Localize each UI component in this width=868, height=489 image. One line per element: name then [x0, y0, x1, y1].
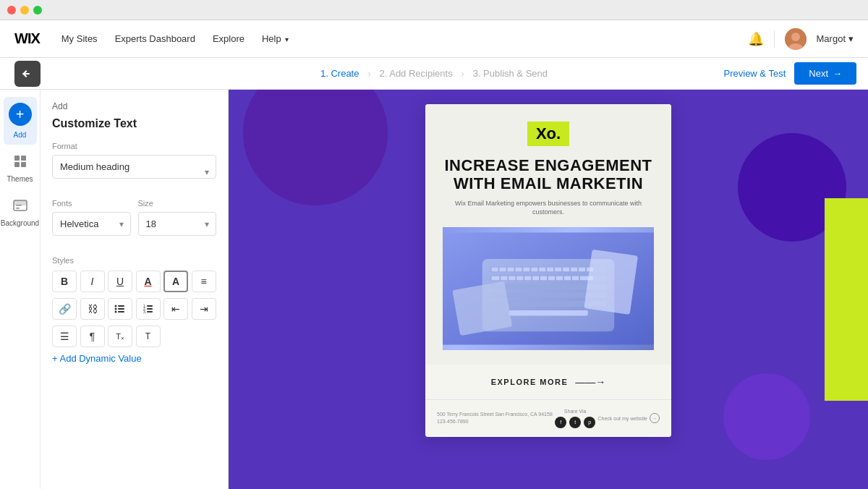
help-chevron-icon: ▾: [285, 35, 289, 43]
indent-left-button[interactable]: ⇤: [163, 298, 188, 320]
back-button[interactable]: [14, 61, 41, 87]
svg-rect-59: [584, 250, 638, 315]
progress-bar: 1. Create › 2. Add Recipients › 3. Publi…: [0, 58, 868, 90]
fonts-col: Fonts Helvetica Arial Georgia: [52, 199, 131, 246]
format-select[interactable]: Medium heading Large heading Small headi…: [52, 155, 216, 179]
add-dynamic-value[interactable]: + Add Dynamic Value: [52, 353, 216, 364]
align-button[interactable]: ≡: [192, 271, 216, 292]
svg-rect-58: [452, 281, 512, 336]
email-cta-text: EXPLORE MORE: [491, 378, 569, 386]
svg-rect-6: [21, 156, 26, 161]
email-image-svg: [443, 227, 654, 350]
email-cta-arrow-icon: ——→: [575, 376, 605, 388]
font-color-button[interactable]: A: [136, 271, 161, 292]
svg-rect-54: [564, 276, 571, 279]
social-icons: f t p: [555, 417, 595, 428]
checkout-link[interactable]: Check out my website →: [598, 413, 660, 423]
size-select[interactable]: 18 12 14 16 20 24: [138, 212, 217, 236]
minimize-dot[interactable]: [20, 6, 29, 14]
bg-blob-3: [723, 373, 810, 460]
underline-button[interactable]: U: [108, 271, 132, 292]
list-ul-button[interactable]: [108, 298, 132, 320]
format-label: Format: [52, 142, 216, 150]
font-select[interactable]: Helvetica Arial Georgia: [52, 212, 131, 236]
svg-rect-48: [516, 276, 523, 279]
text-format-button[interactable]: Tₓ: [108, 326, 132, 347]
navbar-right: 🔔 Margot ▾: [748, 28, 854, 50]
close-dot[interactable]: [7, 6, 16, 14]
font-size-row: Fonts Helvetica Arial Georgia Size 18 12…: [52, 199, 216, 246]
svg-rect-18: [118, 311, 124, 312]
navbar: wix My Sites Experts Dashboard Explore H…: [0, 20, 868, 58]
next-button[interactable]: Next →: [794, 62, 856, 85]
email-subtext: Wix Email Marketing empowers businesses …: [443, 199, 654, 217]
canvas-area: Xo. INCREASE ENGAGEMENT WITH EMAIL MARKE…: [229, 90, 868, 489]
progress-step-3[interactable]: 3. Publish & Send: [473, 68, 548, 79]
next-icon: →: [833, 68, 842, 79]
sidebar-item-themes[interactable]: Themes: [4, 148, 37, 189]
indent-right-button[interactable]: ⇥: [192, 298, 216, 320]
user-chevron-icon: ▾: [848, 33, 854, 44]
bell-icon[interactable]: 🔔: [748, 31, 764, 47]
panel-add-label: Add: [52, 101, 216, 111]
svg-rect-41: [563, 268, 569, 271]
svg-rect-7: [14, 162, 20, 167]
svg-rect-45: [492, 276, 500, 279]
styles-grid-3: ☰ ¶ Tₓ T: [52, 326, 216, 347]
nav-help[interactable]: Help ▾: [262, 33, 289, 44]
sidebar-label-add: Add: [14, 131, 27, 139]
nav-links: My Sites Experts Dashboard Explore Help …: [61, 33, 726, 44]
fonts-label: Fonts: [52, 199, 131, 208]
svg-point-13: [115, 305, 117, 307]
progress-step-2[interactable]: 2. Add Recipients: [379, 68, 452, 79]
size-select-wrapper: 18 12 14 16 20 24: [138, 212, 217, 236]
svg-rect-51: [540, 276, 547, 279]
list-indent-button[interactable]: ☰: [52, 326, 77, 347]
email-image: [443, 227, 654, 350]
svg-rect-37: [531, 268, 537, 271]
text-clear-button[interactable]: T: [136, 326, 161, 347]
titlebar: [0, 0, 868, 20]
svg-point-17: [115, 311, 117, 313]
italic-button[interactable]: I: [80, 271, 105, 292]
svg-rect-47: [509, 276, 515, 279]
link-button[interactable]: 🔗: [52, 298, 77, 320]
svg-rect-53: [556, 276, 563, 279]
svg-rect-8: [21, 162, 26, 167]
bold-button[interactable]: B: [52, 271, 77, 292]
list-ol-button[interactable]: 1. 2. 3.: [136, 298, 161, 320]
svg-rect-33: [499, 268, 506, 271]
svg-rect-52: [548, 276, 555, 279]
svg-point-15: [115, 308, 117, 310]
maximize-dot[interactable]: [33, 6, 42, 14]
size-label: Size: [138, 199, 217, 208]
list-ol-icon: 1. 2. 3.: [142, 304, 154, 314]
pilcrow-button[interactable]: ¶: [80, 326, 105, 347]
svg-rect-57: [509, 310, 588, 315]
sidebar-label-background: Background: [1, 219, 39, 227]
email-footer-address: 500 Terry Francois Street San Francisco,…: [437, 411, 553, 425]
share-via-label: Share Via: [564, 409, 587, 414]
customize-text-panel: Add Customize Text Format Medium heading…: [41, 90, 229, 489]
user-name[interactable]: Margot ▾: [817, 33, 854, 44]
preview-test-button[interactable]: Preview & Test: [724, 68, 786, 79]
sidebar-item-background[interactable]: Background: [4, 192, 37, 233]
svg-rect-43: [579, 268, 585, 271]
svg-rect-46: [501, 276, 507, 279]
nav-explore[interactable]: Explore: [213, 33, 244, 44]
email-card-header: Xo. INCREASE ENGAGEMENT WITH EMAIL MARKE…: [425, 104, 671, 365]
sidebar-item-add[interactable]: + Add: [4, 97, 37, 145]
nav-experts-dashboard[interactable]: Experts Dashboard: [115, 33, 195, 44]
highlight-button[interactable]: A: [163, 271, 188, 292]
svg-rect-32: [492, 268, 498, 271]
svg-rect-11: [16, 208, 20, 209]
link-broken-button[interactable]: ⛓: [80, 298, 105, 320]
svg-rect-20: [147, 305, 153, 307]
progress-step-1[interactable]: 1. Create: [320, 68, 359, 79]
email-headline: INCREASE ENGAGEMENT WITH EMAIL MARKETIN: [443, 156, 654, 193]
lime-accent-bar: [825, 198, 868, 401]
nav-my-sites[interactable]: My Sites: [61, 33, 98, 44]
email-footer-share: Share Via f t p: [555, 409, 595, 428]
progress-arrow-2: ›: [461, 69, 464, 79]
svg-point-1: [791, 33, 800, 41]
